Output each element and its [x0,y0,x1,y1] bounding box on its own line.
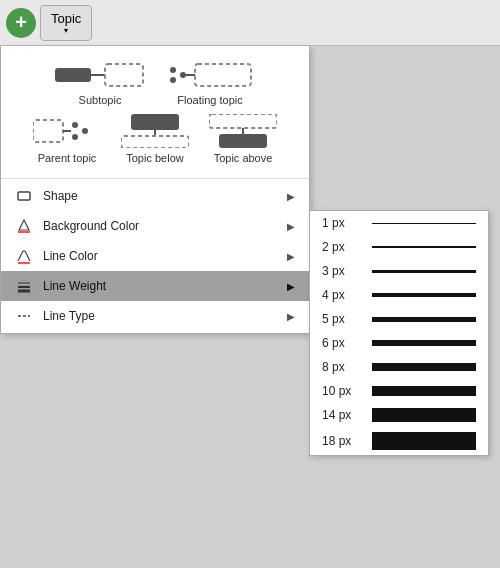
svg-rect-2 [105,64,143,86]
line-weight-line [372,246,476,248]
line-weight-item[interactable]: 4 px [310,283,488,307]
line-weight-line [372,432,476,450]
line-type-icon [15,308,33,324]
line-weight-line [372,317,476,322]
topic-below-item[interactable]: Topic below [121,114,189,164]
line-weight-label-6: 6 px [322,336,362,350]
line-weight-label-10: 18 px [322,434,362,448]
plus-icon: + [15,11,27,34]
subtopic-item[interactable]: Subtopic [55,60,145,106]
line-weight-submenu: 1 px2 px3 px4 px5 px6 px8 px10 px14 px18… [309,210,489,456]
line-weight-item[interactable]: 6 px [310,331,488,355]
line-weight-line [372,293,476,297]
svg-rect-7 [195,64,251,86]
line-weight-line-wrap [372,223,476,224]
line-color-icon [15,248,33,264]
svg-point-10 [72,122,78,128]
add-button[interactable]: + [6,8,36,38]
toolbar: + Topic ▾ [0,0,500,46]
line-weight-item[interactable]: 2 px [310,235,488,259]
line-weight-line-wrap [372,293,476,297]
topic-row-1: Subtopic Floating topic [1,56,309,110]
svg-rect-16 [209,114,277,128]
line-weight-line [372,270,476,273]
line-weight-item[interactable]: 5 px [310,307,488,331]
floating-topic-icon [165,60,255,90]
line-weight-item[interactable]: 8 px [310,355,488,379]
subtopic-icon [55,60,145,90]
line-weight-label-4: 4 px [322,288,362,302]
line-weight-line-wrap [372,270,476,273]
menu-item-line-type[interactable]: Line Type ▶ [1,301,309,331]
line-weight-label-2: 2 px [322,240,362,254]
svg-point-11 [82,128,88,134]
line-weight-label-8: 10 px [322,384,362,398]
line-weight-item[interactable]: 10 px [310,379,488,403]
topic-below-icon [121,114,189,148]
line-weight-line-wrap [372,363,476,371]
line-color-label: Line Color [43,249,277,263]
topic-dropdown-menu: Subtopic Floating topic [0,46,310,334]
line-weight-label-1: 1 px [322,216,362,230]
line-weight-line [372,223,476,224]
topic-label: Topic [51,11,81,26]
line-weight-label-9: 14 px [322,408,362,422]
line-weight-line-wrap [372,317,476,322]
topic-above-label: Topic above [214,152,273,164]
menu-item-bg-color[interactable]: Background Color ▶ [1,211,309,241]
line-weight-item[interactable]: 18 px [310,427,488,455]
svg-rect-0 [55,68,91,82]
menu-item-line-weight[interactable]: Line Weight ▶ [1,271,309,301]
topic-row-2: Parent topic Topic below [1,110,309,168]
svg-point-5 [180,72,186,78]
svg-rect-13 [131,114,179,130]
bg-color-icon [15,218,33,234]
svg-point-4 [170,77,176,83]
svg-rect-15 [121,136,189,148]
line-weight-line-wrap [372,386,476,396]
menu-items-section: Shape ▶ Background Color ▶ Line Colo [1,179,309,333]
line-weight-line-wrap [372,432,476,450]
line-color-chevron: ▶ [287,251,295,262]
svg-point-12 [72,134,78,140]
line-weight-label: Line Weight [43,279,277,293]
line-weight-label-7: 8 px [322,360,362,374]
line-weight-label-3: 3 px [322,264,362,278]
topic-above-item[interactable]: Topic above [209,114,277,164]
line-weight-line [372,386,476,396]
bg-color-chevron: ▶ [287,221,295,232]
parent-topic-icon [33,114,101,148]
bg-color-label: Background Color [43,219,277,233]
topic-above-icon [209,114,277,148]
menu-item-shape[interactable]: Shape ▶ [1,181,309,211]
line-weight-line-wrap [372,246,476,248]
shape-label: Shape [43,189,277,203]
line-weight-line [372,340,476,346]
shape-icon [15,188,33,204]
svg-rect-8 [33,120,63,142]
line-weight-item[interactable]: 14 px [310,403,488,427]
floating-topic-label: Floating topic [177,94,242,106]
line-weight-line [372,363,476,371]
subtopic-label: Subtopic [79,94,122,106]
line-weight-item[interactable]: 1 px [310,211,488,235]
svg-point-3 [170,67,176,73]
line-weight-item[interactable]: 3 px [310,259,488,283]
svg-rect-19 [18,192,30,200]
menu-item-line-color[interactable]: Line Color ▶ [1,241,309,271]
line-weight-chevron: ▶ [287,281,295,292]
line-type-label: Line Type [43,309,277,323]
line-weight-label-5: 5 px [322,312,362,326]
line-weight-line [372,408,476,422]
line-weight-icon [15,278,33,294]
parent-topic-label: Parent topic [38,152,97,164]
topic-below-label: Topic below [126,152,183,164]
topic-dropdown-arrow: ▾ [64,26,68,35]
line-type-chevron: ▶ [287,311,295,322]
floating-topic-item[interactable]: Floating topic [165,60,255,106]
line-weight-line-wrap [372,408,476,422]
line-weight-line-wrap [372,340,476,346]
parent-topic-item[interactable]: Parent topic [33,114,101,164]
svg-rect-18 [219,134,267,148]
topic-button[interactable]: Topic ▾ [40,5,92,41]
